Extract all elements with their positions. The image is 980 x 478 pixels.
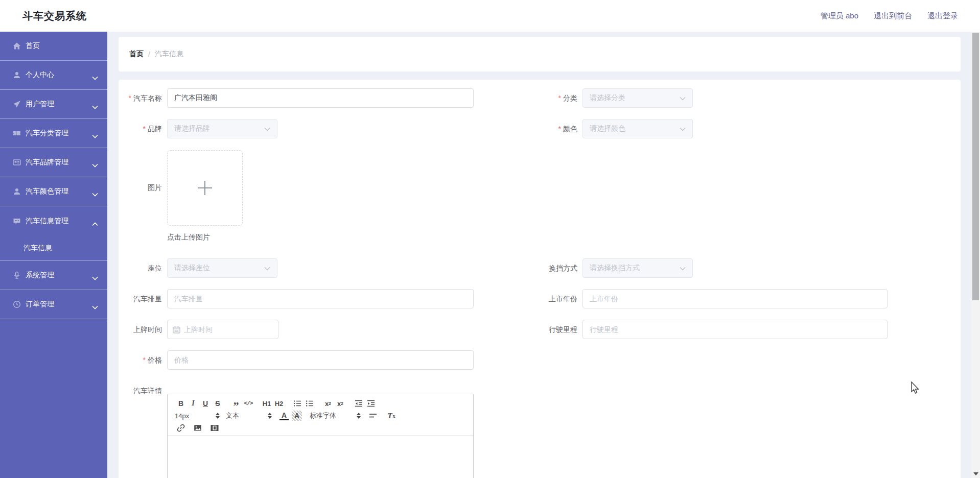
home-icon (12, 42, 21, 51)
rich-text-editor: B I U S ” </> H1 H2 (167, 394, 474, 478)
admin-user-link[interactable]: 管理员 abo (821, 11, 858, 21)
font-family-picker[interactable]: 标准字体 (310, 410, 361, 422)
required-mark: * (558, 125, 561, 133)
mileage-label: 行驶里程 (506, 320, 577, 339)
image-upload-button[interactable] (167, 150, 243, 226)
displacement-input[interactable] (167, 289, 474, 308)
logout-link[interactable]: 退出登录 (927, 11, 958, 21)
underline-button[interactable]: U (199, 397, 212, 410)
required-mark: * (143, 125, 146, 133)
gear-select[interactable]: 请选择换挡方式 (582, 258, 693, 278)
brand-label: *品牌 (119, 119, 162, 138)
microphone-icon (12, 271, 21, 280)
sidebar-item-label: 用户管理 (26, 100, 54, 109)
page-scrollbar (971, 32, 980, 478)
sidebar-item-personal-center[interactable]: 个人中心 (0, 61, 107, 90)
mileage-input[interactable] (582, 320, 888, 339)
sidebar-item-user-management[interactable]: 用户管理 (0, 90, 107, 119)
license-time-datepicker[interactable] (167, 320, 278, 339)
header-actions: 管理员 abo 退出到前台 退出登录 (821, 0, 958, 32)
color-label: *颜色 (506, 119, 577, 138)
bold-button[interactable]: B (175, 397, 187, 410)
chevron-down-icon (680, 93, 686, 103)
required-mark: * (129, 94, 131, 102)
sidebar: 首页 个人中心 用户管理 汽车分类管理 汽车品牌管理 (0, 32, 107, 478)
sidebar-item-label: 汽车品牌管理 (26, 158, 68, 167)
app-title: 斗车交易系统 (22, 0, 87, 32)
sidebar-item-car-brand-management[interactable]: 汽车品牌管理 (0, 148, 107, 177)
sidebar-item-home[interactable]: 首页 (0, 32, 107, 61)
indent-icon[interactable] (365, 397, 377, 410)
scrollbar-down-arrow[interactable] (973, 472, 978, 475)
year-input[interactable] (582, 289, 888, 308)
scrollbar-thumb[interactable] (972, 33, 979, 300)
year-label: 上市年份 (506, 289, 577, 308)
ticket-icon (12, 129, 21, 138)
superscript-button[interactable]: x2 (334, 397, 346, 410)
chevron-down-icon (92, 73, 98, 82)
video-icon[interactable] (208, 422, 221, 434)
chevron-down-icon (92, 302, 98, 312)
header-format-picker[interactable]: 文本 (226, 410, 272, 422)
image-icon[interactable] (192, 422, 204, 434)
background-color-button[interactable]: A (292, 411, 302, 421)
clock-icon (12, 300, 21, 309)
sidebar-item-label: 汽车颜色管理 (26, 187, 68, 196)
seat-select[interactable]: 请选择座位 (167, 258, 277, 278)
sidebar-item-label: 系统管理 (26, 271, 54, 280)
license-time-input[interactable] (184, 325, 273, 333)
chevron-down-icon (92, 102, 98, 111)
car-info-form: *汽车名称 *分类 请选择分类 *品牌 请选择品牌 *颜色 请选择颜色 图片 点… (119, 80, 961, 478)
blockquote-button[interactable]: ” (230, 397, 242, 410)
font-size-picker[interactable]: 14px (175, 410, 220, 422)
bullet-list-icon[interactable] (304, 397, 316, 410)
postcard-icon (12, 158, 21, 167)
brand-select[interactable]: 请选择品牌 (167, 119, 277, 138)
color-select[interactable]: 请选择颜色 (582, 119, 693, 138)
chevron-down-icon (680, 264, 686, 273)
required-mark: * (143, 356, 146, 364)
align-icon[interactable] (367, 410, 379, 422)
calendar-icon (173, 326, 180, 333)
sidebar-subitem-car-info[interactable]: 汽车信息 (0, 235, 107, 261)
car-name-input[interactable] (167, 88, 474, 108)
seat-placeholder: 请选择座位 (174, 264, 264, 273)
text-color-button[interactable]: A (279, 411, 289, 420)
heading2-button[interactable]: H2 (273, 397, 285, 410)
strikethrough-button[interactable]: S (212, 397, 224, 410)
outdent-icon[interactable] (353, 397, 365, 410)
code-block-button[interactable]: </> (242, 397, 254, 410)
sidebar-item-label: 汽车分类管理 (26, 129, 68, 138)
price-input[interactable] (167, 350, 474, 370)
car-name-label: *汽车名称 (119, 88, 162, 108)
category-select[interactable]: 请选择分类 (582, 88, 693, 108)
updown-arrows-icon (216, 413, 220, 419)
sidebar-item-label: 汽车信息管理 (26, 217, 68, 226)
heading1-button[interactable]: H1 (261, 397, 273, 410)
image-upload-hint: 点击上传图片 (167, 233, 210, 242)
ordered-list-icon[interactable] (291, 397, 304, 410)
updown-arrows-icon (357, 413, 361, 419)
seat-label: 座位 (119, 258, 162, 278)
image-label: 图片 (119, 178, 162, 197)
subscript-button[interactable]: x2 (322, 397, 334, 410)
chevron-down-icon (92, 160, 98, 170)
chat-icon (12, 217, 21, 225)
sidebar-item-car-info-management[interactable]: 汽车信息管理 (0, 206, 107, 235)
sidebar-item-car-category-management[interactable]: 汽车分类管理 (0, 119, 107, 148)
italic-button[interactable]: I (187, 397, 199, 410)
exit-to-front-link[interactable]: 退出到前台 (874, 11, 912, 21)
clean-format-button[interactable]: Tx (385, 410, 398, 422)
link-icon[interactable] (175, 422, 187, 434)
breadcrumb-home-link[interactable]: 首页 (129, 50, 144, 59)
editor-content-area[interactable] (168, 436, 473, 478)
sidebar-item-system-management[interactable]: 系统管理 (0, 261, 107, 290)
user-icon (12, 187, 21, 196)
sidebar-item-order-management[interactable]: 订单管理 (0, 290, 107, 319)
chevron-up-icon (92, 219, 98, 228)
sidebar-item-car-color-management[interactable]: 汽车颜色管理 (0, 177, 107, 206)
gear-label: 换挡方式 (506, 258, 577, 278)
breadcrumb-separator: / (148, 50, 150, 58)
category-placeholder: 请选择分类 (590, 93, 680, 103)
chevron-down-icon (92, 131, 98, 140)
